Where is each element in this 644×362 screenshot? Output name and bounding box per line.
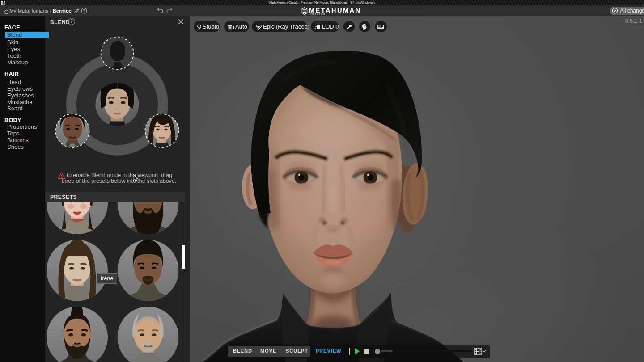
- svg-text:?: ?: [83, 8, 85, 13]
